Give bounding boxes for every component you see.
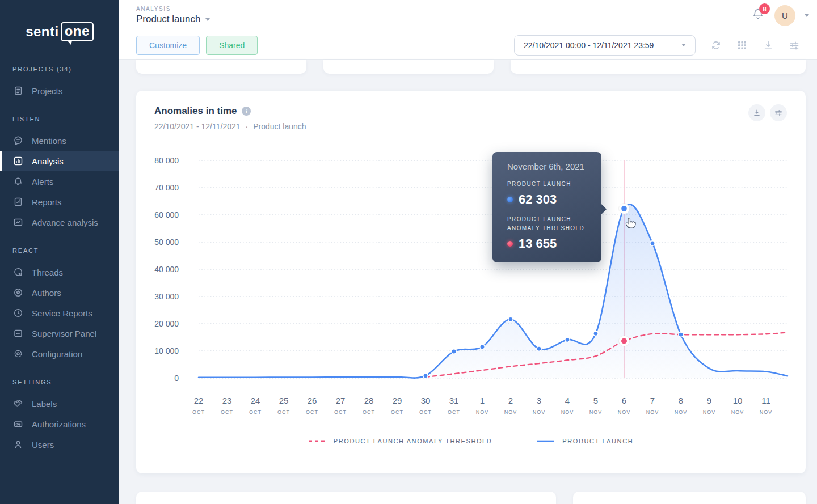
- data-point[interactable]: [593, 331, 598, 336]
- sidebar-item-label: Configuration: [32, 349, 82, 359]
- sidebar-item-authorizations[interactable]: Authorizations: [0, 414, 119, 434]
- sidebar-item-label: Projects: [32, 86, 62, 96]
- sidebar-item-label: Supervisor Panel: [32, 329, 96, 338]
- refresh-icon[interactable]: [710, 40, 722, 51]
- chart-settings-button[interactable]: [770, 104, 787, 121]
- y-axis-tick: 50 000: [154, 238, 179, 247]
- sidebar-item-threads[interactable]: Threads: [0, 262, 119, 282]
- partial-card-top-3: [511, 60, 806, 74]
- content: Anomalies in time i 22/10/2021 - 12/11/2…: [119, 60, 817, 504]
- customize-button[interactable]: Customize: [136, 36, 200, 55]
- app-root: sentione PROJECTS (34)ProjectsLISTENMent…: [0, 0, 817, 504]
- avatar[interactable]: U: [774, 5, 795, 26]
- sidebar-item-supervisor-panel[interactable]: Supervisor Panel: [0, 323, 119, 344]
- analysis-icon: [12, 155, 24, 167]
- sidebar-item-label: Labels: [32, 399, 57, 409]
- configuration-icon: [12, 348, 24, 359]
- partial-card-top-1: [136, 60, 306, 74]
- user-menu-caret-icon[interactable]: [805, 14, 809, 17]
- sidebar-item-analysis[interactable]: Analysis: [0, 151, 119, 171]
- sidebar-item-label: Service Reports: [32, 308, 92, 318]
- sidebar-item-projects[interactable]: Projects: [0, 81, 119, 101]
- blue-dot-icon: [507, 197, 513, 202]
- data-point[interactable]: [679, 332, 683, 337]
- anomalies-chart: 80 00070 00060 00050 00040 00030 00020 0…: [136, 91, 806, 431]
- x-axis-day: 6: [622, 396, 626, 405]
- highlighted-data-point[interactable]: [621, 206, 627, 211]
- legend-item-threshold[interactable]: PRODUCT LAUNCH ANOMALY THRESHOLD: [309, 438, 492, 444]
- download-icon[interactable]: [763, 40, 774, 51]
- sidebar-item-authors[interactable]: Authors: [0, 282, 119, 303]
- authors-icon: [12, 287, 24, 298]
- tooltip-date: November 6th, 2021: [507, 162, 601, 171]
- sidebar-item-service-reports[interactable]: Service Reports: [0, 303, 119, 323]
- y-axis-tick: 60 000: [154, 210, 179, 219]
- tooltip-series2-value: 13 655: [519, 236, 557, 251]
- x-axis-month: NOV: [561, 409, 574, 415]
- x-axis-month: NOV: [703, 409, 716, 415]
- chart-download-button[interactable]: [748, 104, 765, 121]
- sidebar-item-alerts[interactable]: Alerts: [0, 171, 119, 192]
- reports-icon: [12, 196, 24, 207]
- y-axis-tick: 80 000: [154, 156, 179, 165]
- alerts-icon: [12, 176, 24, 187]
- x-axis-day: 31: [449, 396, 459, 405]
- x-axis-month: NOV: [760, 409, 773, 415]
- partial-card-top-2: [323, 60, 494, 74]
- data-point[interactable]: [508, 317, 513, 321]
- grid-view-icon[interactable]: [736, 40, 748, 51]
- chart-title: Anomalies in time: [154, 105, 237, 117]
- sidebar-item-label: Advance analysis: [32, 218, 98, 227]
- highlighted-threshold-point[interactable]: [621, 338, 627, 344]
- data-point[interactable]: [537, 346, 541, 351]
- sidebar-item-configuration[interactable]: Configuration: [0, 344, 119, 364]
- project-dropdown-caret-icon[interactable]: [205, 18, 210, 21]
- x-axis-month: OCT: [363, 409, 375, 415]
- x-axis-month: NOV: [675, 409, 688, 415]
- sidebar-item-label: Users: [32, 440, 54, 450]
- filter-settings-icon[interactable]: [789, 40, 800, 51]
- sidebar-item-reports[interactable]: Reports: [0, 192, 119, 212]
- x-axis-day: 7: [650, 396, 655, 405]
- x-axis-day: 29: [393, 396, 402, 405]
- sidebar: sentione PROJECTS (34)ProjectsLISTENMent…: [0, 0, 119, 504]
- x-axis-day: 27: [336, 396, 346, 405]
- data-point[interactable]: [480, 345, 485, 349]
- info-icon[interactable]: i: [242, 107, 251, 116]
- data-point[interactable]: [423, 374, 428, 378]
- x-axis-month: NOV: [618, 409, 631, 415]
- data-point[interactable]: [452, 349, 456, 354]
- advance-analysis-icon: [12, 217, 24, 228]
- sidebar-item-labels[interactable]: Labels: [0, 393, 119, 414]
- notifications-button[interactable]: 8: [751, 7, 765, 24]
- sidebar-item-mentions[interactable]: Mentions: [0, 130, 119, 151]
- x-axis-day: 9: [707, 396, 711, 405]
- authorizations-icon: [12, 418, 24, 430]
- date-range-value: 22/10/2021 00:00 - 12/11/2021 23:59: [524, 41, 654, 50]
- download-icon: [752, 108, 761, 117]
- legend-item-product-launch[interactable]: PRODUCT LAUNCH: [537, 438, 633, 444]
- date-range-select[interactable]: 22/10/2021 00:00 - 12/11/2021 23:59: [514, 35, 696, 56]
- x-axis-month: NOV: [476, 409, 489, 415]
- shared-button[interactable]: Shared: [206, 36, 258, 55]
- x-axis-day: 25: [279, 396, 289, 405]
- page-title: Product launch: [136, 14, 200, 25]
- data-point[interactable]: [650, 241, 655, 245]
- logo-text-one: one: [61, 22, 94, 41]
- sidebar-item-users[interactable]: Users: [0, 434, 119, 455]
- y-axis-tick: 10 000: [154, 346, 179, 355]
- data-point[interactable]: [565, 337, 570, 342]
- service-reports-icon: [12, 307, 24, 319]
- x-axis-day: 3: [537, 396, 541, 405]
- sidebar-item-label: Analysis: [32, 156, 64, 166]
- x-axis-day: 2: [508, 396, 513, 405]
- sidebar-item-advance-analysis[interactable]: Advance analysis: [0, 212, 119, 232]
- supervisor-panel-icon: [12, 328, 24, 339]
- sentione-logo[interactable]: sentione: [0, 0, 119, 63]
- topbar: ANALYSIS Product launch 8 U: [119, 0, 817, 31]
- mentions-icon: [12, 135, 24, 146]
- sidebar-item-label: Reports: [32, 197, 62, 207]
- x-axis-month: OCT: [391, 409, 403, 415]
- projects-icon: [12, 85, 24, 96]
- x-axis-month: OCT: [277, 409, 290, 415]
